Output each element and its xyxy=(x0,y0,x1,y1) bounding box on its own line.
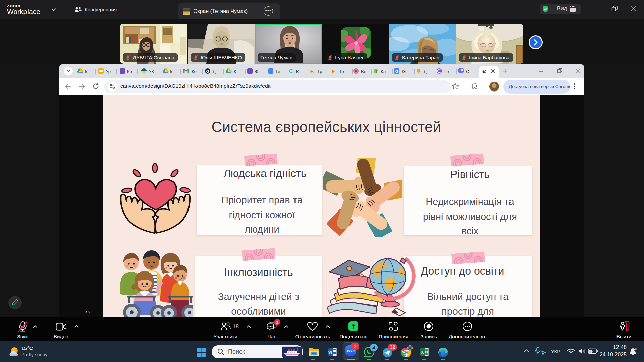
svg-text:УК: УК xyxy=(149,69,154,74)
svg-text:Тр: Тр xyxy=(317,69,322,74)
svg-text:К: К xyxy=(234,69,236,74)
svg-text:Ве: Ве xyxy=(361,69,366,74)
svg-text:E: E xyxy=(310,68,314,75)
svg-text:G: G xyxy=(206,69,209,73)
svg-text:z: z xyxy=(635,348,637,350)
svg-text:Д: Д xyxy=(424,69,427,74)
svg-text:Іс: Іс xyxy=(85,69,89,74)
svg-text:Є: Є xyxy=(296,69,299,74)
svg-text:G: G xyxy=(395,69,398,73)
svg-text:C: C xyxy=(289,68,293,74)
svg-text:Го: Го xyxy=(444,69,449,74)
svg-text:E: E xyxy=(332,68,335,75)
svg-text:X: X xyxy=(421,350,424,355)
svg-text:Кл: Кл xyxy=(381,69,386,74)
svg-text:Ко: Ко xyxy=(127,69,132,74)
svg-text:Ур: Ур xyxy=(106,69,111,74)
svg-text:W: W xyxy=(328,350,333,355)
svg-text:С: С xyxy=(466,69,469,74)
svg-text:Те: Те xyxy=(275,69,280,74)
svg-text:Ко: Ко xyxy=(192,69,197,74)
svg-text:Іс: Іс xyxy=(170,69,174,74)
svg-text:Д: Д xyxy=(213,69,216,74)
svg-text:G: G xyxy=(402,69,406,74)
svg-text:Тр: Тр xyxy=(339,69,344,74)
svg-text:Ф: Ф xyxy=(255,69,258,74)
